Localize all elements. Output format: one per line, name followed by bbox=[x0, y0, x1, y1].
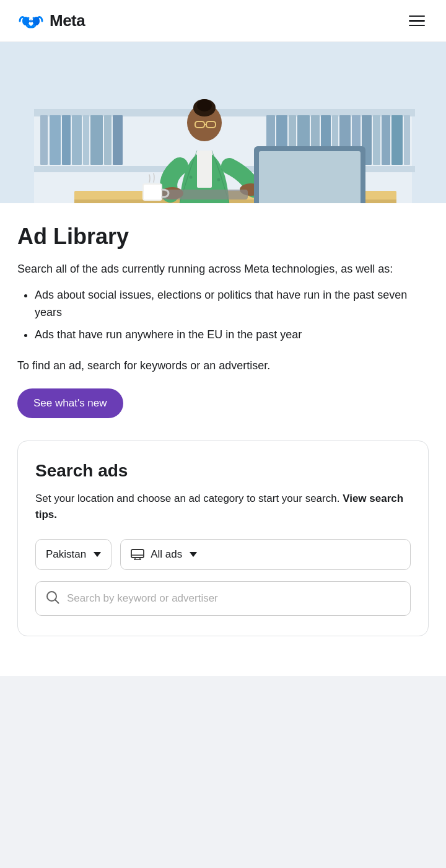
svg-line-54 bbox=[56, 600, 59, 603]
svg-point-36 bbox=[190, 176, 193, 179]
svg-rect-23 bbox=[382, 115, 390, 165]
bullet-item-1: Ads about social issues, elections or po… bbox=[35, 287, 429, 322]
search-ads-title: Search ads bbox=[35, 461, 411, 481]
svg-rect-4 bbox=[50, 115, 61, 165]
svg-rect-41 bbox=[158, 190, 248, 199]
search-ads-description: Set your location and choose an ad categ… bbox=[35, 491, 411, 524]
svg-rect-25 bbox=[404, 115, 410, 165]
meta-logo-icon bbox=[17, 12, 45, 30]
intro-text: Search all of the ads currently running … bbox=[17, 261, 429, 278]
meta-wordmark: Meta bbox=[50, 11, 85, 30]
svg-rect-7 bbox=[83, 115, 89, 165]
search-ads-card: Search ads Set your location and choose … bbox=[17, 441, 429, 637]
svg-point-53 bbox=[47, 592, 56, 601]
svg-rect-47 bbox=[144, 185, 161, 199]
chevron-down-icon bbox=[190, 552, 197, 557]
svg-rect-8 bbox=[90, 115, 103, 165]
page-title: Ad Library bbox=[17, 223, 429, 250]
bottom-space bbox=[0, 676, 446, 726]
hero-image bbox=[0, 42, 446, 203]
find-ad-text: To find an ad, search for keywords or an… bbox=[17, 357, 429, 375]
bullet-item-2: Ads that have run anywhere in the EU in … bbox=[35, 327, 429, 344]
monitor-icon bbox=[131, 549, 144, 560]
location-dropdown[interactable]: Pakistan bbox=[35, 539, 112, 570]
category-value: All ads bbox=[151, 548, 182, 561]
svg-rect-24 bbox=[391, 115, 403, 165]
svg-point-38 bbox=[217, 178, 221, 182]
search-input[interactable] bbox=[67, 592, 400, 605]
svg-rect-9 bbox=[104, 115, 112, 165]
see-whats-new-button[interactable]: See what's new bbox=[17, 388, 123, 418]
category-dropdown[interactable]: All ads bbox=[120, 539, 411, 570]
search-input-container bbox=[35, 581, 411, 616]
search-icon bbox=[46, 590, 59, 607]
location-value: Pakistan bbox=[46, 548, 86, 561]
svg-rect-22 bbox=[373, 115, 380, 165]
svg-point-30 bbox=[197, 99, 212, 112]
svg-rect-5 bbox=[62, 115, 71, 165]
site-header: Meta bbox=[0, 0, 446, 42]
svg-rect-6 bbox=[72, 115, 82, 165]
dropdowns-row: Pakistan All ads bbox=[35, 539, 411, 570]
logo-container: Meta bbox=[17, 11, 85, 30]
chevron-down-icon bbox=[94, 552, 101, 557]
bullet-list: Ads about social issues, elections or po… bbox=[17, 287, 429, 344]
svg-rect-43 bbox=[259, 151, 361, 203]
menu-button[interactable] bbox=[405, 12, 429, 30]
svg-rect-10 bbox=[113, 115, 123, 165]
svg-rect-3 bbox=[40, 115, 48, 165]
search-ads-desc-text: Set your location and choose an ad categ… bbox=[35, 493, 339, 504]
svg-rect-34 bbox=[197, 151, 212, 188]
main-content: Ad Library Search all of the ads current… bbox=[0, 203, 446, 676]
svg-rect-48 bbox=[131, 550, 144, 558]
